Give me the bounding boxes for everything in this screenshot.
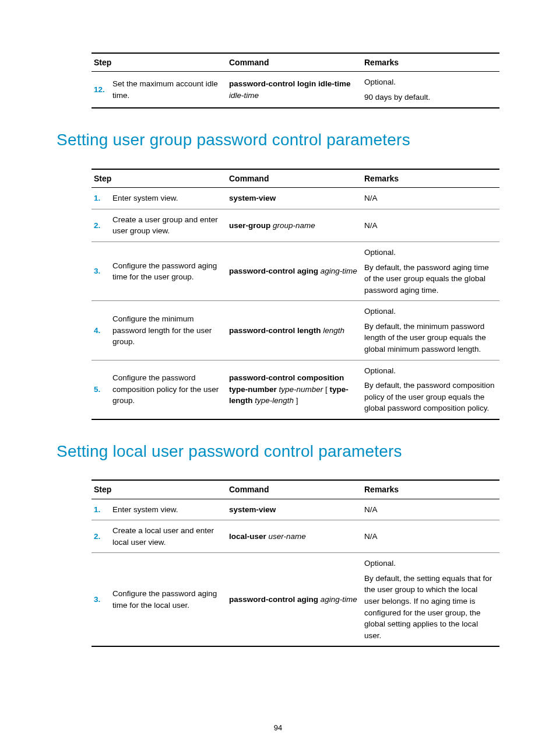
step-number: 12. xyxy=(92,72,110,108)
table-continuation: Step Command Remarks 12.Set the maximum … xyxy=(92,52,499,108)
step-number: 3. xyxy=(92,242,110,301)
step-text: Create a local user and enter local user… xyxy=(110,520,227,553)
table-row: 4.Configure the minimum password length … xyxy=(92,301,499,360)
col-step: Step xyxy=(92,53,227,72)
remarks-text: Optional.90 days by default. xyxy=(362,72,499,108)
table-row: 2.Create a user group and enter user gro… xyxy=(92,209,499,242)
step-text: Enter system view. xyxy=(110,499,227,520)
table-row: 1.Enter system view.system-viewN/A xyxy=(92,499,499,520)
step-number: 1. xyxy=(92,499,110,520)
heading-user-group: Setting user group password control para… xyxy=(57,128,499,152)
table-body: 1.Enter system view.system-viewN/A2.Crea… xyxy=(92,499,499,646)
command-text: password-control composition type-number… xyxy=(227,360,362,419)
step-text: Create a user group and enter user group… xyxy=(110,209,227,242)
command-text: system-view xyxy=(227,188,362,209)
command-text: password-control aging aging-time xyxy=(227,242,362,301)
table-row: 5.Configure the password composition pol… xyxy=(92,360,499,419)
step-number: 2. xyxy=(92,520,110,553)
step-text: Enter system view. xyxy=(110,188,227,209)
col-remarks: Remarks xyxy=(362,480,499,499)
step-number: 2. xyxy=(92,209,110,242)
table-body: 12.Set the maximum account idle time.pas… xyxy=(92,72,499,108)
command-text: password-control login idle-time idle-ti… xyxy=(227,72,362,108)
page-number: 94 xyxy=(57,723,499,734)
remarks-text: N/A xyxy=(362,520,499,553)
col-remarks: Remarks xyxy=(362,169,499,188)
command-text: user-group group-name xyxy=(227,209,362,242)
table-body: 1.Enter system view.system-viewN/A2.Crea… xyxy=(92,188,499,419)
col-command: Command xyxy=(227,53,362,72)
col-remarks: Remarks xyxy=(362,53,499,72)
step-number: 5. xyxy=(92,360,110,419)
table-local-user: Step Command Remarks 1.Enter system view… xyxy=(92,480,499,647)
table-row: 2.Create a local user and enter local us… xyxy=(92,520,499,553)
col-command: Command xyxy=(227,480,362,499)
col-step: Step xyxy=(92,169,227,188)
command-text: system-view xyxy=(227,499,362,520)
command-text: password-control length length xyxy=(227,301,362,360)
table-row: 3.Configure the password aging time for … xyxy=(92,242,499,301)
step-text: Configure the password aging time for th… xyxy=(110,242,227,301)
remarks-text: Optional.By default, the minimum passwor… xyxy=(362,301,499,360)
step-text: Configure the minimum password length fo… xyxy=(110,301,227,360)
table-row: 1.Enter system view.system-viewN/A xyxy=(92,188,499,209)
remarks-text: N/A xyxy=(362,188,499,209)
table-row: 12.Set the maximum account idle time.pas… xyxy=(92,72,499,108)
step-text: Set the maximum account idle time. xyxy=(110,72,227,108)
table-user-group: Step Command Remarks 1.Enter system view… xyxy=(92,169,499,420)
command-text: local-user user-name xyxy=(227,520,362,553)
col-step: Step xyxy=(92,480,227,499)
remarks-text: Optional.By default, the password aging … xyxy=(362,242,499,301)
step-number: 1. xyxy=(92,188,110,209)
step-text: Configure the password aging time for th… xyxy=(110,553,227,646)
remarks-text: N/A xyxy=(362,499,499,520)
step-text: Configure the password composition polic… xyxy=(110,360,227,419)
step-number: 4. xyxy=(92,301,110,360)
remarks-text: N/A xyxy=(362,209,499,242)
step-number: 3. xyxy=(92,553,110,646)
heading-local-user: Setting local user password control para… xyxy=(57,440,499,464)
command-text: password-control aging aging-time xyxy=(227,553,362,646)
col-command: Command xyxy=(227,169,362,188)
remarks-text: Optional.By default, the setting equals … xyxy=(362,553,499,646)
remarks-text: Optional.By default, the password compos… xyxy=(362,360,499,419)
table-row: 3.Configure the password aging time for … xyxy=(92,553,499,646)
